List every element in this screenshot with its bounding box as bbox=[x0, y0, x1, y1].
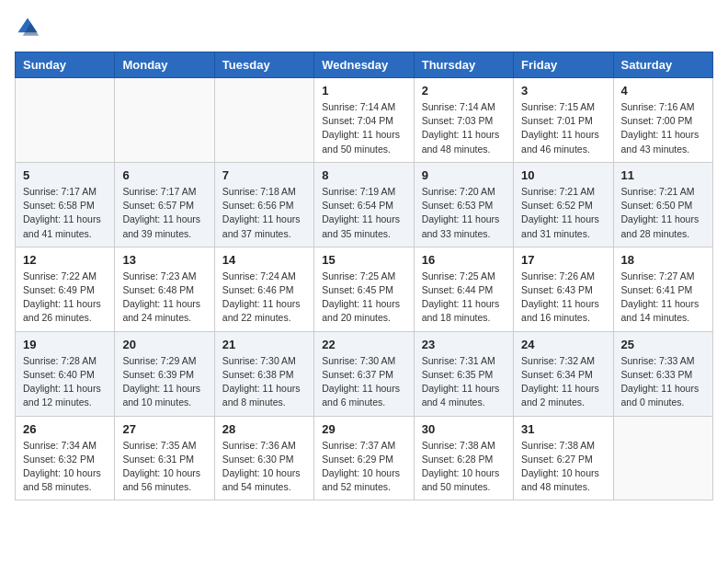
day-info: Sunrise: 7:32 AMSunset: 6:34 PMDaylight:… bbox=[521, 354, 605, 410]
calendar-cell: 24Sunrise: 7:32 AMSunset: 6:34 PMDayligh… bbox=[514, 331, 613, 416]
day-number: 10 bbox=[521, 168, 605, 182]
header-tuesday: Tuesday bbox=[214, 52, 313, 78]
calendar-cell: 3Sunrise: 7:15 AMSunset: 7:01 PMDaylight… bbox=[514, 78, 613, 163]
day-info: Sunrise: 7:20 AMSunset: 6:53 PMDaylight:… bbox=[422, 185, 506, 241]
header-wednesday: Wednesday bbox=[314, 52, 414, 78]
calendar-cell: 17Sunrise: 7:26 AMSunset: 6:43 PMDayligh… bbox=[514, 247, 613, 331]
day-number: 12 bbox=[23, 253, 107, 267]
header-friday: Friday bbox=[514, 52, 613, 78]
day-info: Sunrise: 7:33 AMSunset: 6:33 PMDaylight:… bbox=[621, 354, 705, 410]
day-number: 7 bbox=[222, 168, 306, 182]
header-thursday: Thursday bbox=[414, 52, 513, 78]
calendar-cell: 9Sunrise: 7:20 AMSunset: 6:53 PMDaylight… bbox=[414, 162, 513, 247]
day-number: 1 bbox=[322, 84, 405, 98]
day-number: 9 bbox=[422, 168, 506, 182]
day-info: Sunrise: 7:38 AMSunset: 6:27 PMDaylight:… bbox=[521, 439, 605, 495]
day-number: 20 bbox=[122, 338, 206, 351]
day-info: Sunrise: 7:35 AMSunset: 6:31 PMDaylight:… bbox=[122, 439, 206, 495]
calendar-week-2: 5Sunrise: 7:17 AMSunset: 6:58 PMDaylight… bbox=[16, 162, 713, 247]
calendar-cell: 4Sunrise: 7:16 AMSunset: 7:00 PMDaylight… bbox=[613, 78, 712, 163]
calendar-cell: 7Sunrise: 7:18 AMSunset: 6:56 PMDaylight… bbox=[214, 162, 313, 247]
day-number: 24 bbox=[521, 338, 605, 351]
calendar-cell bbox=[115, 78, 214, 163]
day-number: 30 bbox=[422, 422, 506, 436]
day-info: Sunrise: 7:14 AMSunset: 7:03 PMDaylight:… bbox=[422, 100, 506, 156]
day-number: 23 bbox=[422, 338, 506, 351]
day-number: 22 bbox=[322, 338, 405, 351]
calendar-cell: 20Sunrise: 7:29 AMSunset: 6:39 PMDayligh… bbox=[115, 331, 214, 416]
day-info: Sunrise: 7:24 AMSunset: 6:46 PMDaylight:… bbox=[222, 270, 306, 326]
day-info: Sunrise: 7:25 AMSunset: 6:44 PMDaylight:… bbox=[422, 270, 506, 326]
calendar-cell: 16Sunrise: 7:25 AMSunset: 6:44 PMDayligh… bbox=[414, 247, 513, 331]
header-monday: Monday bbox=[115, 52, 214, 78]
logo-icon bbox=[15, 15, 40, 40]
calendar-cell: 18Sunrise: 7:27 AMSunset: 6:41 PMDayligh… bbox=[613, 247, 712, 331]
day-number: 27 bbox=[122, 422, 206, 436]
calendar-cell bbox=[613, 416, 712, 500]
calendar-cell: 11Sunrise: 7:21 AMSunset: 6:50 PMDayligh… bbox=[613, 162, 712, 247]
calendar-cell: 8Sunrise: 7:19 AMSunset: 6:54 PMDaylight… bbox=[314, 162, 414, 247]
calendar-cell: 6Sunrise: 7:17 AMSunset: 6:57 PMDaylight… bbox=[115, 162, 214, 247]
calendar-table: SundayMondayTuesdayWednesdayThursdayFrid… bbox=[15, 52, 713, 500]
calendar-cell: 25Sunrise: 7:33 AMSunset: 6:33 PMDayligh… bbox=[613, 331, 712, 416]
day-info: Sunrise: 7:38 AMSunset: 6:28 PMDaylight:… bbox=[422, 439, 506, 495]
day-number: 28 bbox=[222, 422, 306, 436]
day-info: Sunrise: 7:30 AMSunset: 6:38 PMDaylight:… bbox=[222, 354, 306, 410]
day-info: Sunrise: 7:27 AMSunset: 6:41 PMDaylight:… bbox=[621, 270, 705, 326]
calendar-cell: 15Sunrise: 7:25 AMSunset: 6:45 PMDayligh… bbox=[314, 247, 414, 331]
calendar-week-3: 12Sunrise: 7:22 AMSunset: 6:49 PMDayligh… bbox=[16, 247, 713, 331]
day-number: 13 bbox=[122, 253, 206, 267]
calendar-header-row: SundayMondayTuesdayWednesdayThursdayFrid… bbox=[16, 52, 713, 78]
logo bbox=[15, 15, 44, 40]
header-saturday: Saturday bbox=[613, 52, 712, 78]
calendar-cell: 10Sunrise: 7:21 AMSunset: 6:52 PMDayligh… bbox=[514, 162, 613, 247]
day-number: 25 bbox=[621, 338, 705, 351]
calendar-cell: 2Sunrise: 7:14 AMSunset: 7:03 PMDaylight… bbox=[414, 78, 513, 163]
calendar-cell bbox=[16, 78, 115, 163]
calendar-cell: 13Sunrise: 7:23 AMSunset: 6:48 PMDayligh… bbox=[115, 247, 214, 331]
calendar-week-1: 1Sunrise: 7:14 AMSunset: 7:04 PMDaylight… bbox=[16, 78, 713, 163]
calendar-cell: 5Sunrise: 7:17 AMSunset: 6:58 PMDaylight… bbox=[16, 162, 115, 247]
day-info: Sunrise: 7:36 AMSunset: 6:30 PMDaylight:… bbox=[222, 439, 306, 495]
day-info: Sunrise: 7:29 AMSunset: 6:39 PMDaylight:… bbox=[122, 354, 206, 410]
day-info: Sunrise: 7:28 AMSunset: 6:40 PMDaylight:… bbox=[23, 354, 107, 410]
day-number: 19 bbox=[23, 338, 107, 351]
day-info: Sunrise: 7:23 AMSunset: 6:48 PMDaylight:… bbox=[122, 270, 206, 326]
calendar-cell: 29Sunrise: 7:37 AMSunset: 6:29 PMDayligh… bbox=[314, 416, 414, 500]
day-info: Sunrise: 7:21 AMSunset: 6:50 PMDaylight:… bbox=[621, 185, 705, 241]
calendar-cell: 19Sunrise: 7:28 AMSunset: 6:40 PMDayligh… bbox=[16, 331, 115, 416]
day-number: 26 bbox=[23, 422, 107, 436]
calendar-cell: 14Sunrise: 7:24 AMSunset: 6:46 PMDayligh… bbox=[214, 247, 313, 331]
day-info: Sunrise: 7:17 AMSunset: 6:57 PMDaylight:… bbox=[122, 185, 206, 241]
day-number: 2 bbox=[422, 84, 506, 98]
calendar-cell: 12Sunrise: 7:22 AMSunset: 6:49 PMDayligh… bbox=[16, 247, 115, 331]
calendar-cell: 26Sunrise: 7:34 AMSunset: 6:32 PMDayligh… bbox=[16, 416, 115, 500]
day-number: 11 bbox=[621, 168, 705, 182]
calendar-cell: 21Sunrise: 7:30 AMSunset: 6:38 PMDayligh… bbox=[214, 331, 313, 416]
calendar-cell: 23Sunrise: 7:31 AMSunset: 6:35 PMDayligh… bbox=[414, 331, 513, 416]
day-number: 17 bbox=[521, 253, 605, 267]
calendar-week-4: 19Sunrise: 7:28 AMSunset: 6:40 PMDayligh… bbox=[16, 331, 713, 416]
day-number: 15 bbox=[322, 253, 405, 267]
day-info: Sunrise: 7:26 AMSunset: 6:43 PMDaylight:… bbox=[521, 270, 605, 326]
day-number: 18 bbox=[621, 253, 705, 267]
day-number: 4 bbox=[621, 84, 705, 98]
calendar-week-5: 26Sunrise: 7:34 AMSunset: 6:32 PMDayligh… bbox=[16, 416, 713, 500]
day-number: 3 bbox=[521, 84, 605, 98]
day-info: Sunrise: 7:22 AMSunset: 6:49 PMDaylight:… bbox=[23, 270, 107, 326]
calendar-cell: 28Sunrise: 7:36 AMSunset: 6:30 PMDayligh… bbox=[214, 416, 313, 500]
day-number: 31 bbox=[521, 422, 605, 436]
calendar-cell: 1Sunrise: 7:14 AMSunset: 7:04 PMDaylight… bbox=[314, 78, 414, 163]
calendar-cell: 31Sunrise: 7:38 AMSunset: 6:27 PMDayligh… bbox=[514, 416, 613, 500]
day-number: 16 bbox=[422, 253, 506, 267]
day-info: Sunrise: 7:31 AMSunset: 6:35 PMDaylight:… bbox=[422, 354, 506, 410]
day-info: Sunrise: 7:16 AMSunset: 7:00 PMDaylight:… bbox=[621, 100, 705, 156]
day-info: Sunrise: 7:21 AMSunset: 6:52 PMDaylight:… bbox=[521, 185, 605, 241]
calendar-cell bbox=[214, 78, 313, 163]
day-info: Sunrise: 7:18 AMSunset: 6:56 PMDaylight:… bbox=[222, 185, 306, 241]
day-number: 5 bbox=[23, 168, 107, 182]
header-sunday: Sunday bbox=[16, 52, 115, 78]
day-number: 14 bbox=[222, 253, 306, 267]
day-number: 8 bbox=[322, 168, 405, 182]
day-info: Sunrise: 7:14 AMSunset: 7:04 PMDaylight:… bbox=[322, 100, 405, 156]
